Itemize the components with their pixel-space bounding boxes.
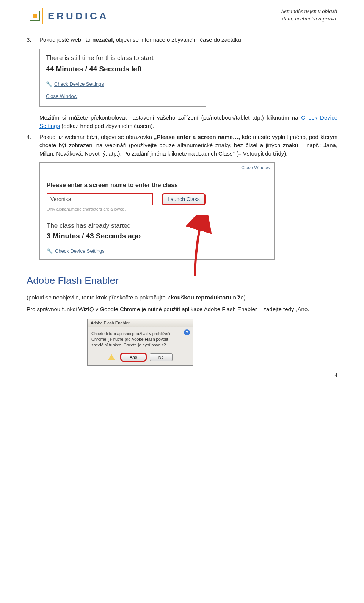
countdown-title: There is still time for this class to st… bbox=[46, 54, 200, 62]
class-started-time: 3 Minutes / 43 Seconds ago bbox=[47, 232, 267, 240]
screenshot-countdown: There is still time for this class to st… bbox=[39, 49, 206, 107]
dialog-title: Adobe Flash Enabler bbox=[88, 319, 193, 327]
section-body: Pro správnou funkci WizIQ v Google Chrom… bbox=[27, 305, 337, 313]
screen-name-input[interactable]: Veronika bbox=[47, 193, 153, 205]
enter-name-prompt: Please enter a screen name to enter the … bbox=[47, 182, 267, 189]
step-text: Pokud již webinář běží, objeví se obrazo… bbox=[39, 133, 337, 157]
brand-name: ERUDICA bbox=[48, 10, 108, 22]
launch-class-button[interactable]: Launch Class bbox=[162, 193, 206, 205]
check-device-label: Check Device Settings bbox=[54, 81, 104, 87]
step-4: 4. Pokud již webinář běží, objeví se obr… bbox=[27, 133, 337, 157]
check-device-link[interactable]: 🔧 Check Device Settings bbox=[46, 78, 200, 90]
tagline-line2: daní, účetnictví a práva. bbox=[281, 15, 337, 23]
page-header: ERUDICA Semináře nejen v oblasti daní, ú… bbox=[27, 8, 337, 24]
section-note: (pokud se neobjevilo, tento krok přeskoč… bbox=[27, 293, 337, 302]
wrench-icon: 🔧 bbox=[46, 81, 52, 87]
screenshot-flash-dialog: Adobe Flash Enabler ? Chcete-li tuto apl… bbox=[87, 319, 193, 366]
yes-button[interactable]: Ano bbox=[121, 353, 146, 361]
close-window-label: Close Window bbox=[46, 93, 77, 99]
dialog-text: Chcete-li tuto aplikaci používat v prohl… bbox=[91, 331, 189, 348]
logo: ERUDICA bbox=[27, 8, 108, 24]
tagline-line1: Semináře nejen v oblasti bbox=[281, 8, 337, 15]
check-device-link[interactable]: 🔧 Check Device Settings bbox=[47, 245, 267, 254]
countdown-time: 44 Minutes / 44 Seconds left bbox=[46, 65, 200, 73]
help-icon[interactable]: ? bbox=[184, 329, 190, 335]
step-3: 3. Pokud ještě webinář nezačal, objeví s… bbox=[27, 36, 337, 44]
close-window-link[interactable]: Close Window bbox=[46, 90, 200, 102]
screenshot-enter-name: Close Window Please enter a screen name … bbox=[39, 162, 275, 260]
tagline: Semináře nejen v oblasti daní, účetnictv… bbox=[281, 8, 337, 22]
page-number: 4 bbox=[27, 372, 337, 378]
step-text: Mezitím si můžete překontrolovat nastave… bbox=[39, 113, 337, 130]
warning-icon bbox=[108, 354, 115, 360]
check-device-label: Check Device Settings bbox=[55, 248, 105, 254]
logo-icon bbox=[27, 8, 43, 24]
step-number: 3. bbox=[27, 36, 39, 44]
close-window-link[interactable]: Close Window bbox=[40, 163, 274, 171]
no-button[interactable]: Ne bbox=[150, 353, 173, 361]
class-started-title: The class has already started bbox=[47, 222, 267, 230]
step-3-continued: Mezitím si můžete překontrolovat nastave… bbox=[27, 113, 337, 130]
step-text: Pokud ještě webinář nezačal, objeví se i… bbox=[39, 36, 337, 44]
section-title: Adobe Flash Enabler bbox=[27, 275, 337, 287]
wrench-icon: 🔧 bbox=[47, 248, 53, 254]
step-number: 4. bbox=[27, 133, 39, 141]
input-hint: Only alphanumeric characters are allowed… bbox=[47, 207, 267, 211]
